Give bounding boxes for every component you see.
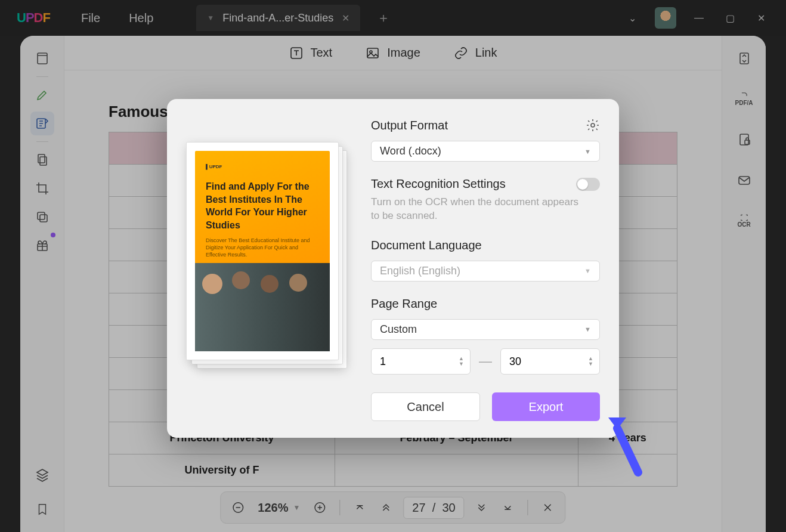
ocr-toggle[interactable]: [576, 178, 600, 191]
range-label: Page Range: [371, 297, 600, 311]
range-dash: —: [479, 354, 492, 369]
ocr-description: Turn on the OCR when the document appear…: [371, 196, 586, 223]
settings-gear-icon[interactable]: [586, 118, 600, 132]
output-format-select[interactable]: Word (.docx)▼: [371, 141, 600, 162]
range-select[interactable]: Custom▼: [371, 319, 600, 340]
export-button[interactable]: Export: [492, 392, 600, 421]
range-to-input[interactable]: 30▲▼: [500, 348, 600, 375]
stepper-icon[interactable]: ▲▼: [588, 356, 593, 367]
svg-point-16: [591, 123, 595, 127]
output-format-label: Output Format: [371, 119, 448, 132]
export-modal: ▌UPDF Find and Apply For the Best Instit…: [167, 99, 619, 438]
language-label: Document Language: [371, 239, 600, 252]
range-from-input[interactable]: 1▲▼: [371, 348, 471, 375]
cancel-button[interactable]: Cancel: [371, 392, 480, 421]
preview-thumbnail: ▌UPDF Find and Apply For the Best Instit…: [186, 142, 347, 369]
ocr-label: Text Recognition Settings: [371, 177, 506, 191]
stepper-icon[interactable]: ▲▼: [459, 356, 464, 367]
language-select[interactable]: English (English)▼: [371, 261, 600, 282]
